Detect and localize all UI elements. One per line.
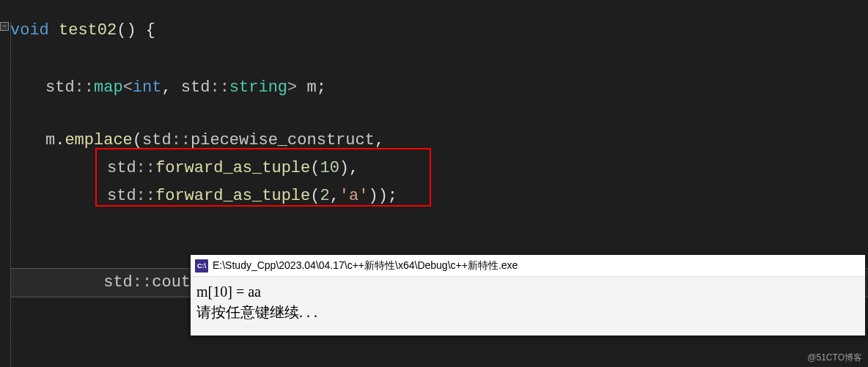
code-line-current: std::cout << "m[10] = " << m[10] << '\n'…	[10, 210, 868, 239]
namespace: std	[181, 78, 210, 97]
method: emplace	[65, 131, 132, 149]
code-line: std::map<int, std::string> m;	[10, 73, 868, 103]
namespace: std	[107, 187, 136, 205]
namespace: std	[142, 131, 172, 149]
class-name: map	[94, 78, 123, 97]
variable: m	[306, 78, 316, 97]
watermark: @51CTO博客	[807, 352, 862, 364]
function: forward_as_tuple	[155, 187, 310, 205]
namespace: std	[107, 159, 136, 177]
console-title-text: E:\Study_Cpp\2023.04\04.17\c++新特性\x64\De…	[213, 259, 518, 273]
namespace: std	[103, 273, 133, 292]
code-line: std::forward_as_tuple(10),	[10, 154, 868, 183]
number: 2	[320, 187, 329, 205]
function: forward_as_tuple	[155, 159, 310, 177]
gutter: −	[0, 0, 10, 367]
variable: m	[45, 131, 55, 149]
char-literal: 'a'	[339, 187, 369, 205]
console-window[interactable]: C:\ E:\Study_Cpp\2023.04\04.17\c++新特性\x6…	[191, 255, 865, 336]
console-titlebar[interactable]: C:\ E:\Study_Cpp\2023.04\04.17\c++新特性\x6…	[191, 255, 865, 277]
console-output-line: 请按任意键继续. . .	[196, 302, 859, 322]
identifier: piecewise_construct	[191, 131, 375, 149]
console-body: m[10] = aa 请按任意键继续. . .	[191, 277, 865, 336]
function-name: test02	[59, 21, 117, 40]
identifier: cout	[152, 273, 191, 292]
fold-toggle-icon[interactable]: −	[0, 22, 9, 31]
namespace: std	[45, 78, 75, 97]
type: int	[133, 78, 162, 97]
code-line: void test02() {	[10, 16, 868, 45]
cmd-icon: C:\	[195, 259, 208, 273]
console-output-line: m[10] = aa	[196, 281, 859, 302]
code-text: () {	[117, 21, 155, 40]
number: 10	[320, 159, 339, 177]
keyword: void	[10, 21, 49, 40]
code-line: std::forward_as_tuple(2,'a'));	[10, 182, 868, 211]
code-line: m.emplace(std::piecewise_construct,	[10, 126, 868, 155]
class-name: string	[229, 78, 287, 97]
